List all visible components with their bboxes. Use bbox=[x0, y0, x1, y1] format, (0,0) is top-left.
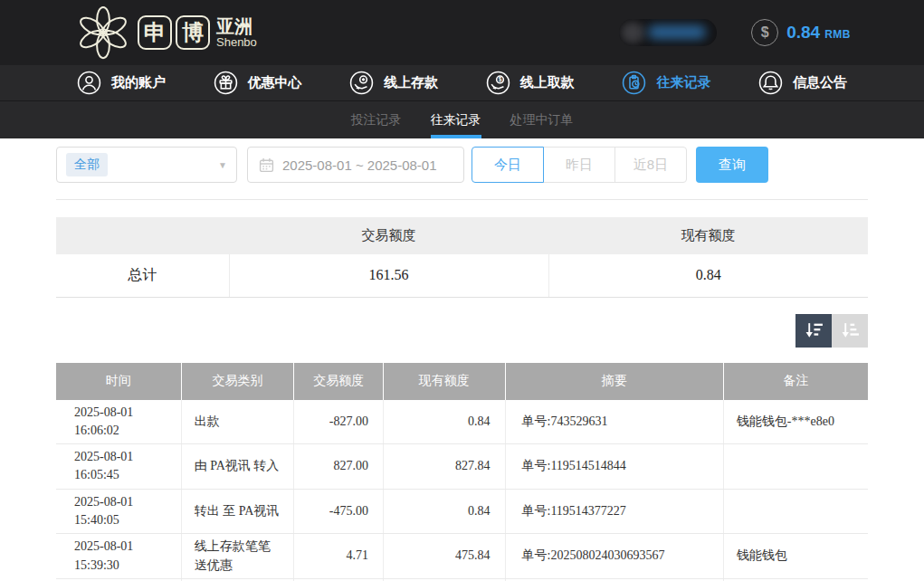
cell-type: 线上存款笔笔送优惠 bbox=[181, 534, 294, 579]
col-header-type: 交易类别 bbox=[181, 363, 294, 400]
masked-username-text bbox=[648, 25, 706, 39]
table-row: 2025-08-01 16:06:02 出款 -827.00 0.84 单号:7… bbox=[56, 400, 868, 444]
cell-remark: 钱能钱包-***e8e0 bbox=[723, 400, 868, 444]
query-button[interactable]: 查询 bbox=[696, 147, 768, 183]
cell-amount: -475.00 bbox=[294, 489, 384, 534]
user-icon bbox=[77, 71, 101, 95]
cell-amount: -827.00 bbox=[294, 400, 384, 444]
cell-summary: 单号:202508024030693567 bbox=[505, 534, 723, 579]
balance-currency: RMB bbox=[824, 28, 851, 41]
cell-time: 2025-08-01 16:05:45 bbox=[56, 444, 181, 490]
page-content: 全部 ▼ 2025-08-01 ~ 2025-08-01 今日 昨日 近8日 查… bbox=[0, 147, 924, 581]
cell-balance: 475.84 bbox=[383, 534, 505, 579]
cell-remark bbox=[723, 489, 868, 534]
col-header-amount: 交易额度 bbox=[294, 363, 384, 400]
cell-summary: 单号:119514377227 bbox=[505, 489, 723, 534]
cell-time: 2025-08-01 16:06:02 bbox=[56, 400, 181, 444]
nav-item-announcements[interactable]: 信息公告 bbox=[758, 71, 847, 95]
sort-descending-button[interactable] bbox=[795, 314, 832, 348]
table-row: 2025-08-01 16:05:45 由 PA视讯 转入 827.00 827… bbox=[56, 444, 868, 490]
summary-total-row: 总计 161.56 0.84 bbox=[56, 254, 868, 297]
main-nav: 我的账户 优惠中心 线上存款 bbox=[0, 65, 924, 101]
nav-item-transaction-records[interactable]: 往来记录 bbox=[622, 71, 710, 95]
summary-header-current: 现有额度 bbox=[548, 217, 868, 254]
nav-item-deposit[interactable]: 线上存款 bbox=[349, 71, 438, 95]
logo-region: 亚洲 bbox=[216, 17, 257, 35]
type-filter-select[interactable]: 全部 ▼ bbox=[56, 147, 237, 183]
logo-char-bo: 博 bbox=[176, 15, 210, 50]
sort-controls bbox=[56, 314, 868, 348]
sort-ascending-button[interactable] bbox=[832, 314, 868, 348]
balance-display: 0.84 RMB bbox=[786, 23, 851, 43]
col-header-summary: 摘要 bbox=[505, 363, 723, 400]
account-area: $ 0.84 RMB bbox=[619, 19, 851, 46]
tab-transaction-records[interactable]: 往来记录 bbox=[431, 101, 481, 138]
summary-header-transaction: 交易额度 bbox=[229, 217, 548, 254]
withdraw-icon: $ bbox=[486, 71, 510, 95]
cell-time: 2025-08-01 15:40:05 bbox=[56, 489, 181, 534]
table-header-row: 时间 交易类别 交易额度 现有额度 摘要 备注 bbox=[56, 363, 868, 400]
lotus-logo-icon bbox=[76, 5, 130, 60]
masked-username[interactable] bbox=[619, 19, 717, 46]
cell-summary: 单号:119514514844 bbox=[505, 444, 723, 490]
cell-remark bbox=[723, 444, 868, 490]
svg-text:$: $ bbox=[498, 76, 501, 83]
logo-subtitle: Shenbo bbox=[216, 35, 257, 49]
table-row: 2025-08-01 15:40:05 转出 至 PA视讯 -475.00 0.… bbox=[56, 489, 868, 534]
avatar bbox=[621, 22, 644, 43]
summary-current-total: 0.84 bbox=[548, 254, 868, 297]
transactions-table: 时间 交易类别 交易额度 现有额度 摘要 备注 2025-08-01 16:06… bbox=[56, 363, 868, 581]
nav-item-label: 优惠中心 bbox=[248, 74, 302, 91]
nav-item-promotions[interactable]: 优惠中心 bbox=[214, 71, 302, 95]
bell-icon bbox=[758, 71, 783, 95]
brand-logo[interactable]: 申 博 亚洲 Shenbo bbox=[76, 5, 257, 60]
date-range-input[interactable]: 2025-08-01 ~ 2025-08-01 bbox=[247, 147, 464, 183]
records-icon bbox=[622, 71, 646, 95]
chevron-down-icon: ▼ bbox=[218, 160, 227, 170]
tab-betting-records[interactable]: 投注记录 bbox=[351, 101, 402, 138]
cell-balance: 0.84 bbox=[383, 400, 505, 444]
last-8-days-button[interactable]: 近8日 bbox=[614, 147, 687, 183]
summary-total-label: 总计 bbox=[56, 254, 229, 297]
cell-balance: 827.84 bbox=[383, 444, 505, 490]
col-header-balance: 现有额度 bbox=[383, 363, 505, 400]
cell-remark: 钱能钱包 bbox=[723, 534, 868, 579]
cell-time: 2025-08-01 15:39:30 bbox=[56, 534, 181, 579]
nav-item-label: 往来记录 bbox=[656, 74, 710, 91]
cell-amount: 827.00 bbox=[294, 444, 384, 490]
nav-item-label: 线上存款 bbox=[384, 74, 438, 91]
date-range-value: 2025-08-01 ~ 2025-08-01 bbox=[282, 157, 437, 173]
logo-text: 亚洲 Shenbo bbox=[216, 17, 257, 49]
balance-amount: 0.84 bbox=[786, 23, 820, 43]
summary-table: 交易额度 现有额度 总计 161.56 0.84 bbox=[56, 217, 868, 298]
cell-summary: 单号:743529631 bbox=[505, 400, 723, 444]
summary-transaction-total: 161.56 bbox=[229, 254, 548, 297]
top-header: 申 博 亚洲 Shenbo $ 0.84 RMB bbox=[0, 0, 924, 65]
cell-balance: 0.84 bbox=[383, 489, 505, 534]
nav-item-label: 线上取款 bbox=[520, 74, 575, 91]
yesterday-button[interactable]: 昨日 bbox=[543, 147, 615, 183]
cell-type: 由 PA视讯 转入 bbox=[181, 444, 294, 490]
sort-asc-icon bbox=[841, 322, 860, 338]
nav-item-label: 我的账户 bbox=[111, 74, 166, 91]
type-filter-tag: 全部 bbox=[66, 153, 108, 176]
today-button[interactable]: 今日 bbox=[472, 147, 544, 183]
deposit-icon bbox=[349, 71, 374, 95]
nav-item-label: 信息公告 bbox=[793, 74, 847, 91]
col-header-remark: 备注 bbox=[723, 363, 868, 400]
calendar-icon bbox=[259, 157, 274, 173]
tab-processing-orders[interactable]: 处理中订单 bbox=[510, 101, 574, 138]
sort-desc-icon bbox=[805, 322, 824, 338]
summary-header-empty bbox=[56, 217, 229, 254]
logo-char-shen: 申 bbox=[138, 15, 172, 50]
cell-type: 转出 至 PA视讯 bbox=[181, 489, 294, 534]
nav-item-my-account[interactable]: 我的账户 bbox=[77, 71, 166, 95]
filter-row: 全部 ▼ 2025-08-01 ~ 2025-08-01 今日 昨日 近8日 查… bbox=[56, 147, 868, 183]
cell-type: 出款 bbox=[181, 400, 294, 444]
nav-item-withdrawal[interactable]: $ 线上取款 bbox=[486, 71, 575, 95]
record-tabs: 投注记录 往来记录 处理中订单 bbox=[0, 101, 924, 138]
cell-amount: 4.71 bbox=[294, 534, 384, 579]
section-divider bbox=[56, 199, 868, 200]
quick-date-group: 今日 昨日 近8日 bbox=[472, 147, 687, 183]
gift-icon bbox=[214, 71, 238, 95]
